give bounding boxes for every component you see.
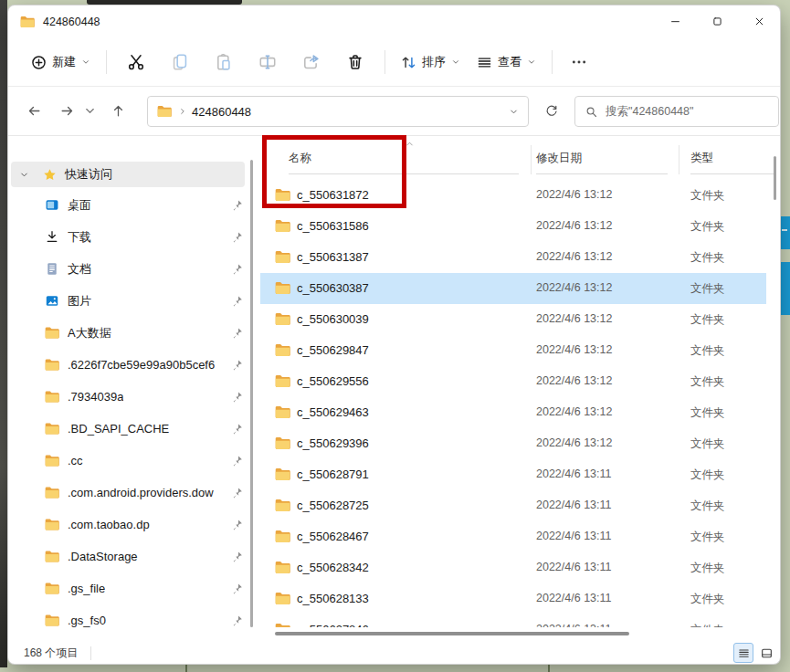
file-row[interactable]: c_550628133 2022/4/6 13:11 文件夹 — [260, 583, 766, 614]
sidebar-item[interactable]: .DataStorage — [8, 541, 255, 572]
cut-button[interactable] — [119, 47, 153, 78]
sidebar-item[interactable]: 下载 — [8, 221, 255, 253]
sidebar-item[interactable]: .7934039a — [8, 381, 255, 413]
file-row[interactable]: c_550631387 2022/4/6 13:12 文件夹 — [260, 242, 766, 273]
sidebar-scrollbar[interactable] — [250, 160, 253, 627]
forward-button[interactable] — [54, 99, 79, 124]
file-row[interactable]: c_550630387 2022/4/6 13:12 文件夹 — [260, 273, 766, 304]
file-type: 文件夹 — [690, 219, 725, 235]
folder-icon — [275, 530, 290, 543]
minimize-button[interactable] — [654, 5, 696, 37]
background-desktop-icon — [781, 216, 790, 249]
file-name: c_550628791 — [297, 467, 369, 481]
file-name: c_550629463 — [297, 405, 369, 419]
share-button[interactable] — [294, 47, 329, 78]
column-header-date-modified[interactable]: 修改日期 — [536, 151, 668, 174]
details-view-button[interactable] — [733, 643, 753, 663]
folder-icon — [45, 390, 59, 404]
content-area: 快速访问 桌面 下载 文档 图片 A大数据 .6226f7cbe59e99a90… — [8, 136, 780, 640]
sidebar-item[interactable]: 桌面 — [8, 189, 255, 221]
pin-icon — [231, 583, 243, 594]
file-type: 文件夹 — [690, 530, 725, 545]
file-row[interactable]: c_550629396 2022/4/6 13:12 文件夹 — [260, 428, 766, 459]
file-date-modified: 2022/4/6 13:12 — [536, 405, 612, 418]
folder-icon — [275, 499, 290, 512]
sort-button[interactable]: 排序 — [393, 47, 469, 77]
folder-icon — [45, 550, 59, 563]
file-row[interactable]: c_550629847 2022/4/6 13:12 文件夹 — [260, 335, 766, 366]
folder-icon — [275, 374, 290, 388]
column-divider[interactable] — [679, 145, 679, 174]
file-row[interactable]: c_550628725 2022/4/6 13:11 文件夹 — [260, 490, 766, 521]
sidebar-item[interactable]: 文档 — [8, 253, 255, 285]
sidebar-item[interactable]: .cc — [8, 445, 255, 477]
file-row[interactable]: c_550627846 2022/4/6 13:11 文件夹 — [260, 614, 766, 627]
file-row[interactable]: c_550628342 2022/4/6 13:11 文件夹 — [260, 552, 766, 583]
sidebar-item[interactable]: .BD_SAPI_CACHE — [8, 413, 255, 445]
file-row[interactable]: c_550628791 2022/4/6 13:11 文件夹 — [260, 459, 766, 490]
sidebar-item-quick-access[interactable]: 快速访问 — [11, 162, 245, 187]
new-button-label: 新建 — [52, 54, 76, 70]
file-rows: c_550631872 2022/4/6 13:12 文件夹 c_5506315… — [260, 180, 781, 627]
desktop-divider-line — [548, 665, 550, 672]
file-name: c_550630039 — [297, 312, 369, 326]
content-view-button[interactable] — [756, 643, 776, 663]
folder-icon — [275, 343, 290, 357]
file-date-modified: 2022/4/6 13:11 — [536, 499, 611, 511]
maximize-button[interactable] — [696, 5, 738, 37]
sidebar-item[interactable]: A大数据 — [8, 317, 255, 349]
close-button[interactable] — [738, 5, 780, 37]
search-icon — [585, 106, 597, 118]
sidebar-item-label: .6226f7cbe59e99a90b5cef6 — [68, 358, 215, 372]
file-date-modified: 2022/4/6 13:12 — [536, 343, 612, 356]
breadcrumb[interactable]: 424860448 — [192, 105, 251, 119]
file-name: c_550629396 — [297, 436, 369, 450]
folder-icon — [45, 454, 59, 467]
file-date-modified: 2022/4/6 13:12 — [536, 312, 612, 325]
horizontal-scrollbar[interactable] — [260, 632, 772, 636]
file-row[interactable]: c_550629463 2022/4/6 13:12 文件夹 — [260, 397, 766, 428]
sidebar-item[interactable]: .gs_fs0 — [8, 604, 255, 636]
file-row[interactable]: c_550631586 2022/4/6 13:12 文件夹 — [260, 211, 766, 242]
command-toolbar: 新建 排序 查看 — [8, 38, 780, 87]
sidebar-item-label: A大数据 — [68, 325, 111, 341]
paste-button[interactable] — [206, 47, 241, 78]
back-button[interactable] — [21, 99, 47, 124]
refresh-button[interactable] — [538, 98, 565, 125]
vertical-scrollbar[interactable] — [774, 156, 776, 200]
folder-icon — [275, 467, 290, 481]
navigation-bar: 424860448 搜索"424860448" — [8, 87, 780, 136]
column-header-type[interactable]: 类型 — [690, 151, 774, 174]
folder-icon — [45, 486, 59, 499]
sidebar-item[interactable]: 图片 — [8, 285, 255, 317]
sidebar-item-label: 桌面 — [68, 197, 91, 214]
file-row[interactable]: c_550628467 2022/4/6 13:11 文件夹 — [260, 521, 766, 552]
delete-button[interactable] — [338, 47, 373, 78]
address-bar[interactable]: 424860448 — [147, 96, 529, 127]
view-button[interactable]: 查看 — [469, 47, 544, 77]
address-dropdown-icon[interactable] — [509, 107, 519, 117]
file-row[interactable]: c_550630039 2022/4/6 13:12 文件夹 — [260, 304, 766, 335]
rename-icon — [259, 54, 276, 70]
chevron-right-icon — [178, 107, 187, 116]
column-divider[interactable] — [531, 145, 532, 174]
copy-button[interactable] — [163, 47, 197, 78]
file-date-modified: 2022/4/6 13:12 — [536, 219, 612, 232]
new-button[interactable]: 新建 — [23, 47, 99, 77]
horizontal-scrollbar-thumb[interactable] — [275, 632, 629, 635]
more-options-button[interactable] — [564, 47, 595, 78]
file-type: 文件夹 — [690, 281, 725, 297]
file-row[interactable]: c_550629556 2022/4/6 13:12 文件夹 — [260, 366, 766, 397]
sidebar-item[interactable]: .6226f7cbe59e99a90b5cef6 — [8, 349, 255, 381]
pin-icon — [231, 263, 243, 275]
sidebar-item[interactable]: .gs_file — [8, 572, 255, 604]
file-date-modified: 2022/4/6 13:12 — [536, 188, 612, 201]
rename-button[interactable] — [250, 47, 285, 78]
search-input[interactable]: 搜索"424860448" — [574, 96, 779, 127]
sidebar-item[interactable]: .com.android.providers.dow — [8, 477, 255, 509]
up-button[interactable] — [105, 99, 131, 124]
sidebar-item[interactable]: .com.taobao.dp — [8, 509, 255, 541]
recent-locations-button[interactable] — [81, 99, 98, 124]
sidebar-item-label: 图片 — [68, 293, 91, 310]
file-type: 文件夹 — [690, 499, 725, 514]
